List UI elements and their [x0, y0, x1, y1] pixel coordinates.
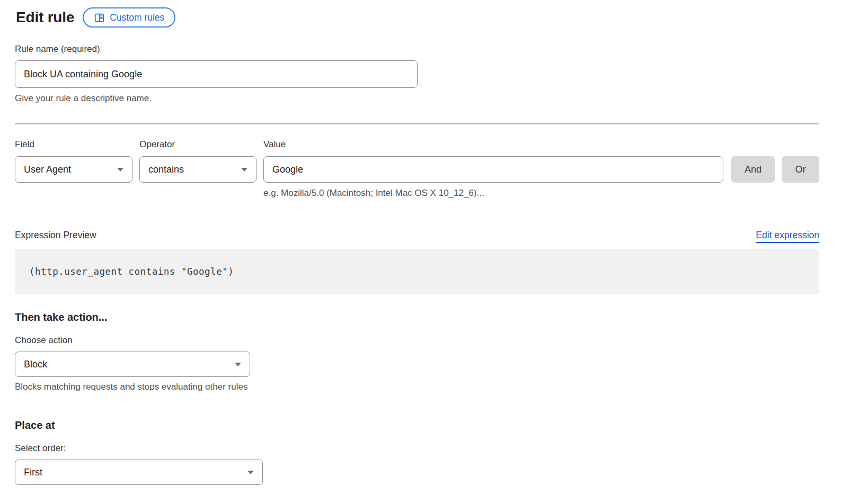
- order-select-value: First: [24, 467, 42, 478]
- action-section: Then take action... Choose action Block …: [15, 311, 834, 393]
- custom-rules-button[interactable]: Custom rules: [83, 7, 175, 28]
- operator-column: Operator contains: [139, 139, 256, 183]
- expression-code-block: (http.user_agent contains "Google"): [15, 249, 819, 294]
- and-button[interactable]: And: [731, 156, 775, 183]
- action-heading: Then take action...: [15, 311, 834, 323]
- field-select[interactable]: User Agent: [15, 156, 132, 183]
- operator-label: Operator: [139, 139, 256, 150]
- operator-select[interactable]: contains: [139, 156, 256, 183]
- field-select-value: User Agent: [24, 164, 71, 175]
- place-at-heading: Place at: [15, 419, 834, 431]
- custom-rules-button-label: Custom rules: [110, 12, 164, 23]
- edit-expression-link[interactable]: Edit expression: [756, 230, 819, 243]
- open-book-icon: [94, 12, 105, 23]
- field-column: Field User Agent: [15, 139, 132, 183]
- rule-name-label: Rule name (required): [15, 43, 834, 55]
- select-order-label: Select order:: [15, 443, 834, 454]
- value-helper: e.g. Mozilla/5.0 (Macintosh; Intel Mac O…: [263, 187, 834, 199]
- placement-section: Place at Select order: First: [15, 419, 834, 485]
- action-helper: Blocks matching requests and stops evalu…: [15, 381, 834, 393]
- page-title: Edit rule: [16, 9, 74, 26]
- operator-select-value: contains: [148, 164, 184, 175]
- value-label: Value: [263, 139, 723, 150]
- chevron-down-icon: [247, 471, 254, 474]
- choose-action-label: Choose action: [15, 335, 834, 346]
- action-select[interactable]: Block: [15, 352, 250, 377]
- chevron-down-icon: [117, 168, 123, 172]
- rule-name-helper: Give your rule a descriptive name.: [15, 93, 834, 104]
- expression-preview-label: Expression Preview: [15, 230, 96, 241]
- field-label: Field: [15, 139, 132, 150]
- order-select[interactable]: First: [15, 460, 263, 485]
- or-button[interactable]: Or: [782, 156, 819, 183]
- page-header: Edit rule Custom rules: [16, 7, 834, 28]
- action-select-value: Block: [24, 359, 47, 370]
- value-column: Value: [263, 139, 723, 183]
- chevron-down-icon: [241, 168, 247, 172]
- rule-name-input[interactable]: [15, 60, 418, 88]
- rule-name-section: Rule name (required) Give your rule a de…: [15, 43, 834, 104]
- condition-row: Field User Agent Operator contains Value…: [15, 139, 834, 183]
- value-input[interactable]: [263, 156, 723, 183]
- edit-rule-page: Edit rule Custom rules Rule name (requir…: [0, 0, 834, 485]
- chevron-down-icon: [235, 363, 241, 366]
- section-divider: [15, 123, 819, 124]
- expression-code: (http.user_agent contains "Google"): [29, 266, 234, 277]
- expression-header: Expression Preview Edit expression: [15, 230, 819, 243]
